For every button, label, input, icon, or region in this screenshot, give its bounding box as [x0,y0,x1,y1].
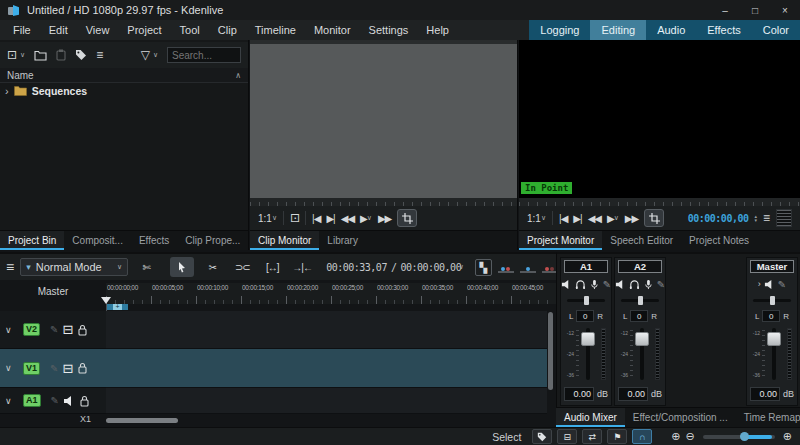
set-out-point-icon[interactable]: ▶| [573,213,581,224]
spacer-tool-button[interactable]: ⊃⊂ [230,257,254,277]
paste-icon[interactable] [56,49,66,61]
play-options-chevron-icon[interactable]: ∨ [367,214,372,222]
selection-tool-button[interactable] [170,257,194,277]
zoom-level-label[interactable]: 1:1 [527,213,541,224]
zoom-level-label[interactable]: 1:1 [258,213,272,224]
lock-icon[interactable] [77,362,88,374]
timeline-ruler[interactable]: 00:00:00;00 00:00:05;00 00:00:10;00 00:0… [106,283,556,304]
timeline-zoom-slider[interactable] [703,435,775,439]
tab-audio-mixer[interactable]: Audio Mixer [556,408,625,427]
edit-track-icon[interactable]: ✎ [50,363,58,374]
add-clip-icon[interactable]: ⊡ [7,48,17,62]
track-badge-a1[interactable]: A1 [23,394,41,407]
workspace-tab-audio[interactable]: Audio [646,20,696,40]
tab-library[interactable]: Library [319,231,366,250]
lock-icon[interactable] [77,324,88,336]
insert-zone-icon[interactable] [520,261,536,273]
ripple-tool-button[interactable]: →|← [290,257,314,277]
slider-handle[interactable] [740,432,749,441]
edit-mode-select[interactable]: ▾ Normal Mode ∨ [20,258,128,276]
master-track-label[interactable]: Master [0,286,106,297]
tab-project-monitor[interactable]: Project Monitor [519,231,602,250]
bin-column-header[interactable]: Name ∧ [0,68,248,83]
volume-value[interactable]: 0.00 [750,387,780,401]
sort-chevron-icon[interactable]: ∧ [235,71,241,80]
menu-help[interactable]: Help [417,20,458,40]
menu-tool[interactable]: Tool [171,20,209,40]
hide-track-icon[interactable]: ⊟ [62,361,73,376]
mixed-insert-icon[interactable] [498,261,514,273]
zoom-chevron-icon[interactable]: ∨ [272,214,277,222]
bin-item-sequences[interactable]: › Sequences [0,85,87,97]
monitor-menu-icon[interactable]: ≡ [763,211,770,225]
fader-handle[interactable] [581,332,595,346]
mute-icon[interactable] [764,279,775,290]
menu-settings[interactable]: Settings [360,20,418,40]
hide-track-icon[interactable]: ⊟ [62,322,73,337]
timeline-track-v1[interactable] [106,349,547,388]
lock-icon[interactable] [79,395,90,407]
menu-clip[interactable]: Clip [209,20,246,40]
zone-mode-icon[interactable]: ⊡ [290,211,299,225]
fit-zoom-button[interactable]: ⇄ [582,429,602,444]
chevron-down-icon[interactable]: ∨ [5,396,19,406]
rewind-icon[interactable]: ◀◀ [588,213,601,224]
menu-project[interactable]: Project [118,20,170,40]
set-out-point-icon[interactable]: ▶| [326,213,334,224]
tab-clip-properties[interactable]: Clip Prope... [177,231,248,250]
record-mic-icon[interactable] [643,279,654,290]
tab-project-notes[interactable]: Project Notes [681,231,757,250]
timeline-track-a1[interactable] [106,388,547,414]
pan-slider[interactable] [567,296,605,305]
volume-fader[interactable]: -12 -24 -36 [747,326,797,382]
add-clip-chevron-icon[interactable]: ∨ [20,51,25,59]
open-folder-icon[interactable] [34,50,47,61]
balance-value[interactable]: 0 [576,310,594,322]
mute-icon[interactable] [561,279,572,290]
menu-file[interactable]: File [4,20,40,40]
track-header-v2[interactable]: ∨ V2 ✎ ⊟ [0,311,106,349]
show-thumbnails-button[interactable]: ⊟ [557,429,577,444]
pan-handle[interactable] [770,296,775,305]
forward-icon[interactable]: ▶▶ [625,213,638,224]
play-icon[interactable]: ▶ [607,213,614,224]
spin-down-icon[interactable]: ▾ [754,218,757,222]
set-in-point-icon[interactable]: |◀ [559,213,567,224]
show-markers-button[interactable] [532,429,552,444]
timeline-timecode[interactable]: 00:00:33,07 / 00:00:00,00 ∨ [326,262,463,273]
timecode-spinner[interactable]: ▴ ▾ [754,214,757,222]
effects-icon[interactable]: ✎ [778,279,786,290]
balance-value[interactable]: 0 [630,310,648,322]
razor-tool-button[interactable]: ✂ [200,257,224,277]
timecode-display[interactable]: 00:00:00,00 [688,213,749,224]
search-input[interactable] [167,47,241,63]
snap-magnet-button[interactable]: ∩ [632,429,652,444]
record-mic-icon[interactable] [589,279,600,290]
tab-compositions[interactable]: Composit... [64,231,131,250]
balance-value[interactable]: 0 [762,310,780,322]
tab-effect-composition[interactable]: Effect/Composition ... [625,408,736,427]
mute-icon[interactable] [615,279,626,290]
mute-track-icon[interactable] [63,395,75,407]
play-options-chevron-icon[interactable]: ∨ [614,214,619,222]
solo-headphones-icon[interactable] [629,279,640,290]
clip-monitor-ruler[interactable] [250,198,517,206]
pan-slider[interactable] [753,296,791,305]
maximize-button[interactable]: □ [740,0,770,20]
zoom-out-icon[interactable]: ⊖ [686,430,695,443]
fader-handle[interactable] [635,332,649,346]
volume-fader[interactable]: -12 -24 -36 [561,326,611,382]
insert-zone-button[interactable]: [↔] [260,257,284,277]
zoom-chevron-icon[interactable]: ∨ [541,214,546,222]
edit-track-icon[interactable]: ✎ [50,324,58,335]
timeline-track-v2[interactable] [106,311,547,349]
bin-menu-icon[interactable]: ≡ [96,48,103,62]
tab-effects[interactable]: Effects [131,231,177,250]
filter-icon[interactable]: ▽ [141,48,150,62]
project-monitor-ruler[interactable] [519,198,800,206]
track-header-a1[interactable]: ∨ A1 ✎ [0,388,106,414]
zoom-fit-icon[interactable]: ⊕ [671,430,680,443]
mix-clips-button[interactable]: ✄ [134,257,158,277]
timeline-menu-icon[interactable]: ≡ [6,259,14,275]
menu-monitor[interactable]: Monitor [305,20,360,40]
